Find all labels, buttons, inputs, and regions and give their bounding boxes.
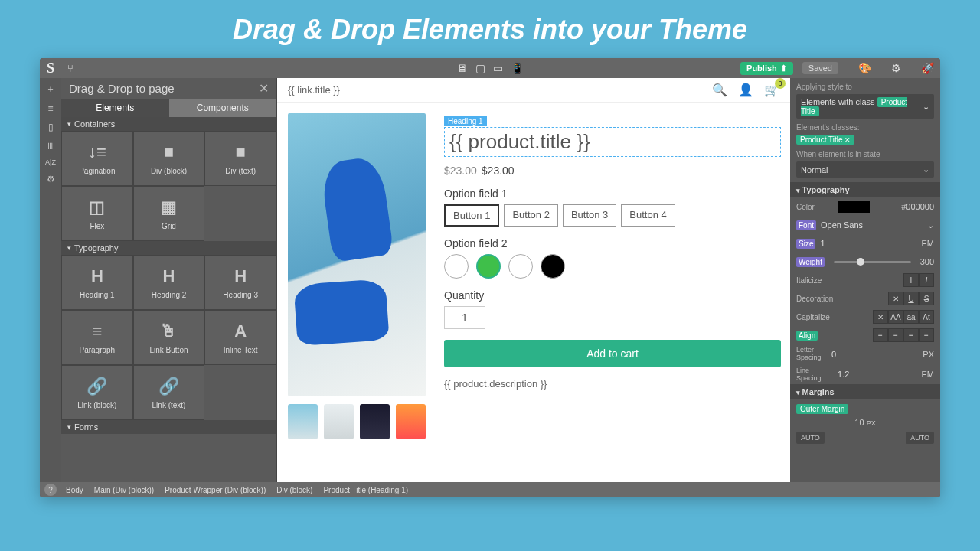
margin-auto-right[interactable]: AUTO [906,432,934,444]
columns-icon[interactable]: ⫼ [46,140,55,151]
el-grid[interactable]: ▦Grid [133,186,205,241]
tablet-icon[interactable]: ▢ [475,62,485,74]
el-link-text[interactable]: 🔗Link (text) [133,365,205,420]
letter-spacing-input[interactable]: 0 [831,350,918,359]
prop-font: Font Open Sans ⌄ [790,216,940,234]
breadcrumb-item[interactable]: Product Title (Heading 1) [323,486,408,494]
product-image[interactable] [288,113,426,396]
cap-option[interactable]: AA [888,310,903,324]
el-paragraph[interactable]: ≡Paragraph [61,310,133,365]
state-selector[interactable]: Normal⌄ [796,161,934,178]
align-left[interactable]: ≡ [873,328,888,342]
el-heading2[interactable]: HHeading 2 [133,255,205,310]
section-typography[interactable]: Typography [61,241,276,255]
el-inline-text[interactable]: AInline Text [204,310,276,365]
thumbnail[interactable] [360,404,390,439]
option-button[interactable]: Button 2 [504,204,557,227]
publish-button[interactable]: Publish⬆ [740,62,793,75]
settings-icon[interactable]: ⚙ [47,174,55,184]
rocket-icon[interactable]: 🚀 [921,62,934,74]
breadcrumb-item[interactable]: Product Wrapper (Div (block)) [165,486,266,494]
product-details: Heading 1 {{ product.title }} $23.00$23.… [444,113,790,439]
add-icon[interactable]: ＋ [46,83,55,96]
el-div-block[interactable]: ■Div (block) [133,131,205,186]
line-spacing-input[interactable]: 1.2 [838,370,917,379]
nav-link[interactable]: {{ link.title }} [288,84,340,96]
add-to-cart-button[interactable]: Add to cart [444,340,781,367]
section-forms[interactable]: Forms [61,420,276,434]
link-icon: 🔗 [158,377,179,396]
el-div-text[interactable]: ■Div (text) [204,131,276,186]
breadcrumb-item[interactable]: Body [66,486,83,494]
desktop-icon[interactable]: 🖥 [457,62,468,74]
weight-slider[interactable] [834,261,911,263]
cart-icon[interactable]: 🛒 [764,83,779,97]
class-tag[interactable]: Product Title [796,135,854,145]
align-center[interactable]: ≡ [888,328,903,342]
font-select[interactable]: Open Sans [821,220,923,230]
breadcrumb-item[interactable]: Main (Div (block)) [94,486,154,494]
product-title[interactable]: {{ product.title }} [444,127,781,157]
quantity-input[interactable] [444,306,485,329]
deco-underline[interactable]: U [903,292,919,305]
color-swatch[interactable] [838,201,870,213]
cap-option[interactable]: aa [903,310,919,324]
el-pagination[interactable]: ↓≡Pagination [61,131,133,186]
typography-header[interactable]: Typography [790,182,940,197]
canvas[interactable]: {{ link.title }} 🔍 👤 🛒 [277,78,790,482]
margin-auto-left[interactable]: AUTO [796,432,825,444]
color-swatch[interactable] [444,254,469,279]
option-button[interactable]: Button 4 [621,204,675,227]
panel-title: Drag & Drop to page [69,82,175,95]
h-icon: H [234,266,247,286]
palette-icon[interactable]: 🎨 [858,62,871,74]
align-right[interactable]: ≡ [903,328,919,342]
el-link-button[interactable]: 🖱Link Button [133,310,205,365]
tab-components[interactable]: Components [169,99,277,117]
deco-strike[interactable]: S [919,292,934,305]
margin-top-input[interactable]: 10 [854,418,864,427]
app-logo[interactable]: S [40,60,61,77]
el-flex[interactable]: ◫Flex [61,186,133,241]
paragraph-icon: ≡ [92,321,102,341]
class-selector[interactable]: Elements with class Product Title ⌄ [796,94,934,119]
thumbnail[interactable] [396,404,426,439]
size-input[interactable]: 1 [820,239,916,248]
el-link-block[interactable]: 🔗Link (block) [61,365,133,420]
search-icon[interactable]: 🔍 [712,83,727,97]
color-swatch[interactable] [508,254,533,279]
gear-icon[interactable]: ⚙ [891,62,901,74]
menu-icon[interactable]: ≡ [47,103,53,114]
align-justify[interactable]: ≡ [919,328,934,342]
cap-none[interactable]: ✕ [873,310,888,324]
el-heading3[interactable]: HHeading 3 [204,255,276,310]
inspector-panel: Applying style to Elements with class Pr… [790,78,940,482]
landscape-icon[interactable]: ▭ [493,62,503,74]
outer-margin-tag[interactable]: Outer Margin [796,404,848,414]
mouse-icon: 🖱 [160,321,177,341]
page-icon[interactable]: ▯ [48,122,54,132]
tab-elements[interactable]: Elements [61,99,169,117]
user-icon[interactable]: 👤 [738,83,753,97]
grid-icon: ▦ [161,197,177,217]
close-icon[interactable]: ✕ [259,81,269,96]
margins-header[interactable]: Margins [790,384,940,399]
tree-icon[interactable]: ⑂ [61,63,80,74]
italic-off[interactable]: I [903,273,919,287]
color-swatch[interactable] [541,254,565,279]
cap-option[interactable]: At [919,310,934,324]
breadcrumb-item[interactable]: Div (block) [276,486,312,494]
prop-size: Size 1 EM [790,234,940,253]
mobile-icon[interactable]: 📱 [511,62,524,74]
section-containers[interactable]: Containers [61,117,276,131]
italic-on[interactable]: I [919,273,934,287]
option-button[interactable]: Button 1 [444,204,499,227]
translate-icon[interactable]: A|Z [45,158,56,166]
thumbnail[interactable] [324,404,354,439]
option-button[interactable]: Button 3 [563,204,616,227]
el-heading1[interactable]: HHeading 1 [61,255,133,310]
color-swatch[interactable] [476,254,501,279]
deco-none[interactable]: ✕ [888,292,903,305]
thumbnail[interactable] [288,404,318,439]
help-icon[interactable]: ? [44,484,57,496]
